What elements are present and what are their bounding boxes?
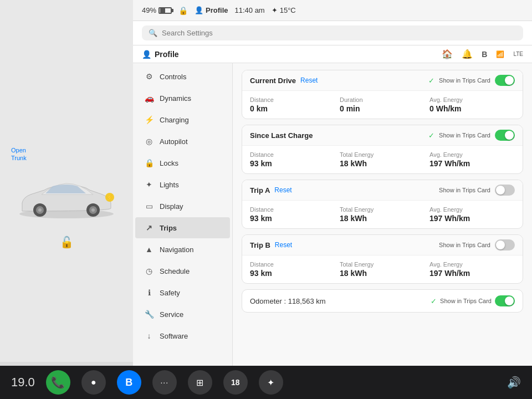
trip-a-toggle[interactable]: [495, 185, 515, 196]
trip-a-avg-energy: Avg. Energy 197 Wh/km: [429, 206, 515, 223]
since-last-charge-show-label: Show in Trips Card: [439, 132, 490, 139]
odometer-row-text: Odometer : 118,563 km: [250, 297, 326, 305]
open-trunk-label[interactable]: OpenTrunk: [11, 146, 27, 162]
sidebar-item-controls[interactable]: ⚙ Controls: [135, 66, 230, 87]
taskbar-dots-button[interactable]: ···: [152, 370, 177, 395]
profile-header-title: 👤 Profile: [142, 50, 179, 59]
nav-sidebar: ⚙ Controls 🚗 Dynamics ⚡ Charging ◎ Autop…: [133, 63, 233, 366]
bell-icon[interactable]: 🔔: [462, 49, 473, 59]
service-icon: 🔧: [144, 310, 154, 319]
current-drive-toggle-knob: [505, 76, 514, 85]
profile-icon: 👤: [195, 6, 203, 14]
since-last-charge-toggle-knob: [505, 131, 514, 140]
sidebar-item-lights[interactable]: ✦ Lights: [135, 174, 230, 195]
taskbar-apps-button[interactable]: ✦: [259, 370, 283, 395]
odometer-show-label: Show in Trips Card: [440, 298, 492, 304]
trip-b-section: Trip B Reset Show in Trips Card Distance…: [242, 234, 523, 284]
main-content: Current Drive Reset ✓ Show in Trips Card…: [233, 63, 532, 366]
profile-status[interactable]: 👤 Profile: [195, 6, 228, 14]
lte-icon: LTE: [513, 51, 523, 57]
current-drive-duration: Duration 0 min: [340, 96, 425, 113]
trip-b-reset[interactable]: Reset: [275, 241, 292, 249]
car-area: OpenTrunk ⚡: [0, 0, 133, 362]
safety-icon: ℹ: [144, 288, 154, 297]
autopilot-icon: ◎: [144, 137, 154, 146]
charging-label: Charging: [160, 116, 189, 124]
since-last-charge-toggle[interactable]: [495, 130, 515, 141]
odometer-row-label: Odometer :: [250, 297, 286, 305]
controls-label: Controls: [160, 73, 186, 81]
sidebar-item-software[interactable]: ↓ Software: [135, 325, 230, 346]
trip-b-toggle[interactable]: [495, 239, 515, 250]
duration-value: 0 min: [340, 104, 425, 113]
since-distance: Distance 93 km: [250, 151, 335, 168]
left-panel: OpenTrunk ⚡: [0, 0, 133, 399]
odometer-toggle-knob: [505, 296, 514, 305]
trip-b-toggle-area: Show in Trips Card: [439, 239, 515, 250]
status-time: 11:40 am: [235, 6, 265, 14]
sidebar-item-dynamics[interactable]: 🚗 Dynamics: [135, 88, 230, 109]
charging-icon: ⚡: [144, 115, 154, 124]
car-visual: ⚡: [11, 167, 122, 233]
distance-label: Distance: [250, 96, 335, 103]
trip-a-reset[interactable]: Reset: [274, 186, 291, 194]
taskbar-number: 19.0: [11, 375, 35, 390]
car-lock-icon[interactable]: 🔓: [60, 236, 74, 249]
profile-label: Profile: [206, 6, 228, 14]
svg-point-6: [91, 208, 95, 212]
search-input[interactable]: [162, 29, 516, 37]
bluetooth-header-icon[interactable]: B: [482, 50, 487, 59]
content-area: ⚙ Controls 🚗 Dynamics ⚡ Charging ◎ Autop…: [133, 63, 532, 366]
current-drive-header: Current Drive Reset ✓ Show in Trips Card: [242, 70, 523, 91]
odometer-toggle[interactable]: [495, 295, 515, 306]
current-drive-reset[interactable]: Reset: [300, 76, 318, 84]
taskbar-bluetooth-button[interactable]: B: [117, 370, 141, 395]
home-icon[interactable]: 🏠: [442, 49, 453, 59]
sidebar-item-autopilot[interactable]: ◎ Autopilot: [135, 131, 230, 152]
sidebar-item-navigation[interactable]: ▲ Navigation: [135, 239, 230, 260]
car-svg: ⚡: [11, 167, 122, 233]
taskbar-grid-button[interactable]: ⊞: [188, 370, 212, 395]
status-bar: 49% 🔒 👤 Profile 11:40 am ✦ 15°C: [133, 0, 532, 21]
trips-icon: ↗: [144, 223, 154, 232]
profile-header: 👤 Profile 🏠 🔔 B 📶 LTE: [133, 45, 532, 63]
autopilot-label: Autopilot: [160, 137, 188, 146]
search-container[interactable]: 🔍: [142, 25, 523, 40]
trip-b-distance: Distance 93 km: [250, 261, 335, 278]
software-icon: ↓: [144, 331, 154, 340]
safety-label: Safety: [160, 289, 180, 297]
since-last-charge-stats: Distance 93 km Total Energy 18 kWh Avg. …: [242, 146, 523, 173]
lights-label: Lights: [160, 181, 179, 189]
sidebar-item-schedule[interactable]: ◷ Schedule: [135, 260, 230, 282]
trip-a-header: Trip A Reset Show in Trips Card: [242, 180, 523, 201]
sidebar-item-locks[interactable]: 🔒 Locks: [135, 152, 230, 173]
schedule-icon: ◷: [144, 267, 154, 275]
sidebar-item-safety[interactable]: ℹ Safety: [135, 282, 230, 303]
taskbar-volume-icon[interactable]: 🔊: [507, 376, 521, 389]
taskbar-phone-button[interactable]: 📞: [46, 370, 70, 395]
distance-value: 0 km: [250, 104, 335, 113]
sidebar-item-trips[interactable]: ↗ Trips: [135, 217, 230, 238]
taskbar-calendar-button[interactable]: 18: [223, 370, 248, 395]
sidebar-item-charging[interactable]: ⚡ Charging: [135, 109, 230, 130]
since-total-energy: Total Energy 18 kWh: [340, 151, 425, 168]
trip-b-total-energy: Total Energy 18 kWh: [340, 261, 425, 278]
odometer-check-icon: ✓: [431, 297, 437, 305]
current-drive-toggle[interactable]: [495, 75, 515, 86]
current-drive-title: Current Drive: [250, 76, 296, 85]
dynamics-label: Dynamics: [160, 94, 191, 103]
trip-b-stats: Distance 93 km Total Energy 18 kWh Avg. …: [242, 255, 523, 283]
since-avg-energy: Avg. Energy 197 Wh/km: [429, 151, 515, 168]
trip-b-show-label: Show in Trips Card: [439, 242, 490, 248]
sidebar-item-service[interactable]: 🔧 Service: [135, 304, 230, 325]
navigation-label: Navigation: [160, 245, 193, 254]
sidebar-item-display[interactable]: ▭ Display: [135, 196, 230, 217]
trip-a-section: Trip A Reset Show in Trips Card Distance…: [242, 180, 523, 229]
since-last-charge-header: Since Last Charge ✓ Show in Trips Card: [242, 125, 523, 146]
software-label: Software: [160, 332, 188, 340]
current-drive-stats: Distance 0 km Duration 0 min Avg. Energy…: [242, 91, 523, 119]
controls-icon: ⚙: [144, 72, 154, 81]
odometer-row-value: 118,563 km: [288, 297, 326, 305]
taskbar-camera-button[interactable]: ●: [81, 370, 106, 395]
trip-b-toggle-knob: [496, 241, 505, 249]
